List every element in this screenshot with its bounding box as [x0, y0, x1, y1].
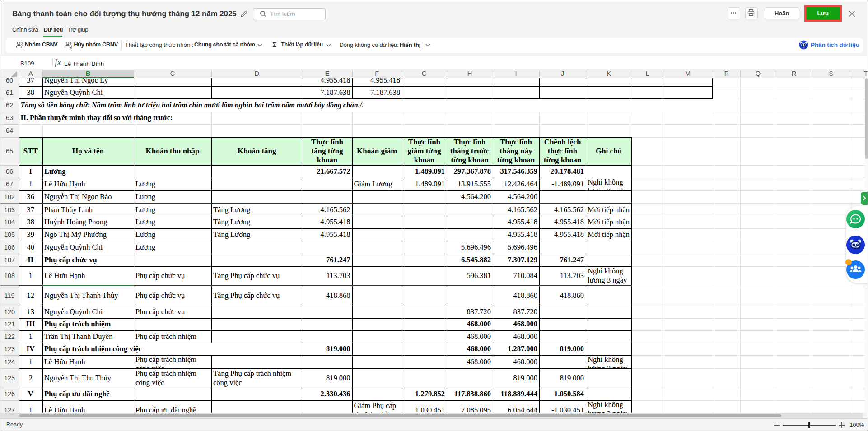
- svg-text:x: x: [70, 46, 72, 50]
